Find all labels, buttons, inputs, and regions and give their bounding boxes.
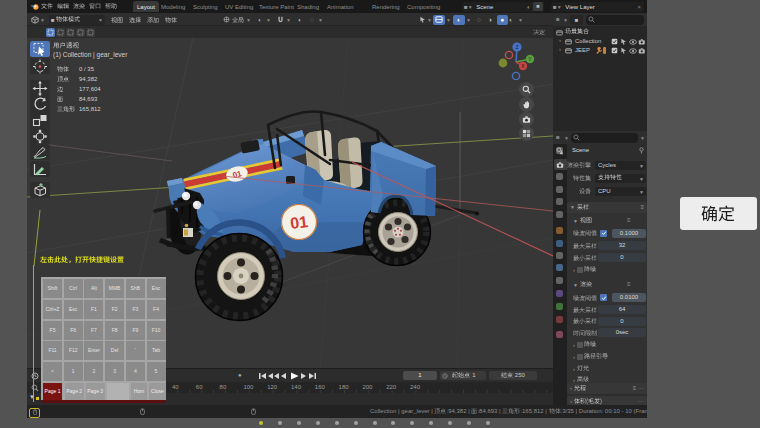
svg-text:Z: Z	[515, 44, 518, 50]
svg-text:01: 01	[289, 213, 309, 232]
